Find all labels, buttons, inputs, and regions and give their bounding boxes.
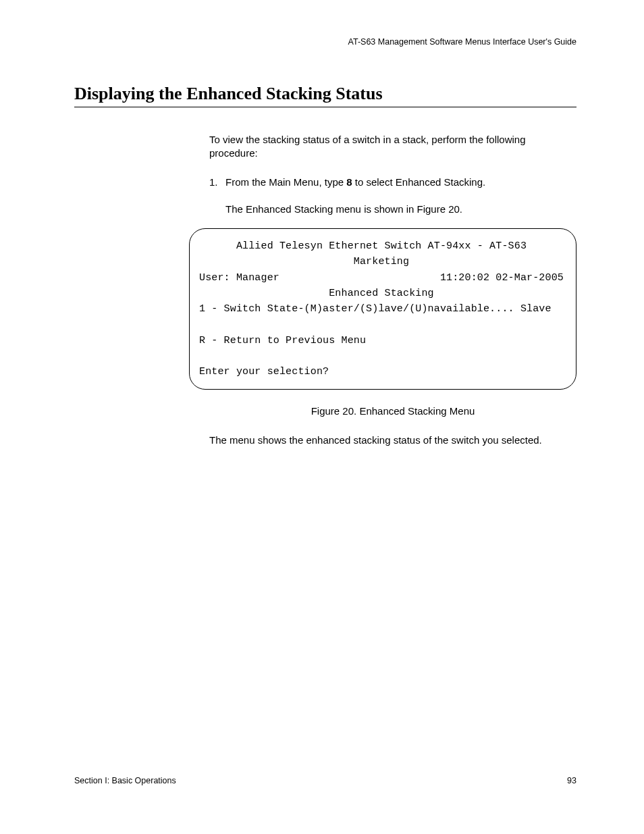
term-line-9: Enter your selection?	[199, 366, 329, 377]
term-line-2: Marketing	[199, 256, 409, 267]
step-1-bold: 8	[346, 176, 352, 188]
section-title: Displaying the Enhanced Stacking Status	[74, 84, 576, 104]
step-1-text: From the Main Menu, type 8 to select Enh…	[225, 176, 576, 189]
title-rule	[74, 107, 576, 107]
terminal-screenshot: Allied Telesyn Ethernet Switch AT-94xx -…	[189, 228, 576, 390]
step-1-post: to select Enhanced Stacking.	[352, 176, 486, 188]
footer-page-number: 93	[567, 776, 576, 785]
step-1-pre: From the Main Menu, type	[225, 176, 346, 188]
term-line-1: Allied Telesyn Ethernet Switch AT-94xx -…	[199, 240, 527, 252]
running-header: AT-S63 Management Software Menus Interfa…	[74, 37, 576, 47]
step-1: 1. From the Main Menu, type 8 to select …	[209, 176, 576, 189]
term-line-7: R - Return to Previous Menu	[199, 335, 366, 346]
figure-caption: Figure 20. Enhanced Stacking Menu	[209, 405, 576, 418]
step-1-follow: The Enhanced Stacking menu is shown in F…	[225, 203, 576, 216]
term-line-5: 1 - Switch State-(M)aster/(S)lave/(U)nav…	[199, 303, 552, 315]
page-footer: Section I: Basic Operations 93	[74, 776, 576, 785]
footer-section: Section I: Basic Operations	[74, 776, 176, 785]
intro-paragraph: To view the stacking status of a switch …	[209, 133, 576, 161]
term-line-3: User: Manager 11:20:02 02-Mar-2005	[199, 272, 564, 284]
step-1-number: 1.	[209, 176, 225, 189]
after-figure-paragraph: The menu shows the enhanced stacking sta…	[209, 434, 576, 447]
term-line-4: Enhanced Stacking	[199, 288, 434, 299]
